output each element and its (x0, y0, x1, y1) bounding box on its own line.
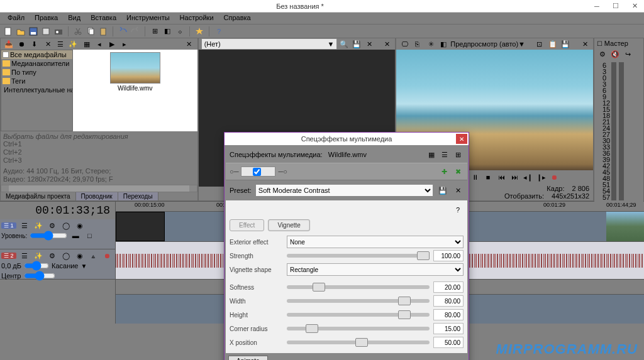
paste-icon[interactable] (97, 26, 109, 37)
fx-remove-icon[interactable]: ✖ (452, 166, 464, 177)
fx-close-button[interactable]: ✕ (456, 134, 467, 144)
fx-enable-checkbox[interactable] (253, 168, 261, 176)
snap-icon[interactable]: ⊞ (149, 26, 160, 37)
media-fx-icon[interactable]: ✨ (67, 38, 79, 50)
fx-chain-icon[interactable]: ▦ (426, 149, 437, 160)
fx-dock-icon[interactable]: ⊞ (452, 149, 464, 160)
new-icon[interactable] (3, 26, 14, 37)
undo-icon[interactable] (117, 26, 128, 37)
fx-chain-node[interactable] (241, 166, 275, 177)
fx-add-icon[interactable]: ✚ (438, 166, 450, 177)
trimmer-dropdown[interactable]: (Нет)▼ (201, 38, 338, 50)
preview-overlay-icon[interactable]: ⊡ (533, 38, 545, 50)
preview-split-icon[interactable]: ◧ (438, 38, 449, 50)
tree-smart[interactable]: Интеллектуальные накопители (1, 85, 72, 94)
fx-exterior-select[interactable]: None (287, 236, 464, 248)
fx-preset-select[interactable]: Soft Moderate Contrast (255, 184, 433, 197)
next-icon[interactable]: ▸ (119, 38, 130, 50)
trimmer-save-icon[interactable]: 💾 (351, 38, 362, 50)
fx-strength-value[interactable]: 100.00 (433, 250, 464, 261)
track-v-fx-icon[interactable]: ✨ (33, 220, 44, 231)
track-v-auto-icon[interactable]: ⚙ (47, 220, 58, 231)
tab-project-media[interactable]: Медиафайлы проекта (1, 192, 76, 200)
video-clip-1[interactable] (116, 212, 165, 241)
redo-icon[interactable] (130, 26, 141, 37)
pv-pause-icon[interactable]: ⏸ (469, 172, 480, 183)
trimmer-zoom-icon[interactable]: 🔍 (338, 38, 350, 50)
track-v-list-icon[interactable]: ☰ (19, 220, 30, 231)
prev-icon[interactable]: ◂ (94, 38, 105, 50)
pv-stepfwd-icon[interactable]: ❙▸ (535, 172, 547, 183)
fx-width-value[interactable]: 80.00 (433, 295, 464, 307)
track-a-solo-icon[interactable]: ◉ (74, 250, 86, 261)
fx-strength-slider[interactable] (287, 254, 430, 258)
menu-view[interactable]: Вид (63, 13, 86, 24)
fx-preset-del-icon[interactable]: ✕ (452, 185, 464, 196)
track-a-auto-icon[interactable]: ⚙ (47, 250, 58, 261)
tree-tags[interactable]: Теги (1, 77, 72, 85)
tree-by-type[interactable]: По типу (1, 68, 72, 77)
master-mute-icon[interactable]: 🔇 (609, 48, 621, 60)
fx-xpos-slider[interactable] (287, 341, 430, 344)
fx-softness-slider[interactable] (287, 285, 430, 289)
master-out-icon[interactable]: ↪ (622, 48, 633, 60)
fx-corner-value[interactable]: 15.00 (433, 323, 464, 334)
preview-close-icon[interactable]: ✕ (579, 38, 591, 50)
minimize-button[interactable]: ─ (587, 1, 606, 12)
menu-settings[interactable]: Настройки (175, 13, 219, 24)
master-fx-icon[interactable]: ⚙ (597, 48, 608, 60)
track-a-list-icon[interactable]: ☰ (19, 250, 30, 261)
fx-help-icon[interactable]: ? (452, 204, 464, 215)
save-icon[interactable] (28, 26, 39, 37)
track-a-fx-icon[interactable]: ✨ (33, 250, 44, 261)
pv-start-icon[interactable]: ⏮ (496, 172, 507, 183)
menu-help[interactable]: Справка (219, 13, 256, 24)
close-panel-icon[interactable]: ✕ (184, 38, 195, 50)
media-scrollbar[interactable] (1, 185, 197, 192)
track-a-pan-slider[interactable] (24, 271, 55, 281)
fx-xpos-value[interactable]: 50.00 (433, 337, 464, 348)
media-prop-icon[interactable]: ☰ (55, 38, 66, 50)
remove-icon[interactable]: ✕ (42, 38, 53, 50)
fx-height-value[interactable]: 80.00 (433, 309, 464, 320)
view-icon[interactable]: ▦ (81, 38, 92, 50)
trimmer-close-icon[interactable]: ✕ (381, 38, 392, 50)
fx-width-slider[interactable] (287, 299, 430, 303)
tab-explorer[interactable]: Проводник (76, 192, 118, 200)
track-a-mute-icon[interactable]: ◯ (60, 250, 72, 261)
menu-edit[interactable]: Правка (30, 13, 63, 24)
play-media-icon[interactable]: ▶ (106, 38, 118, 50)
help-icon[interactable]: ? (213, 26, 225, 37)
track-a-rec-icon[interactable]: ⏺ (102, 250, 113, 261)
autocross-icon[interactable]: ⟐ (174, 26, 186, 37)
track-a-phase-icon[interactable]: ⟁ (88, 250, 99, 261)
ripple-icon[interactable]: ◧ (162, 26, 173, 37)
fx-tab-effect[interactable]: Effect (230, 219, 264, 231)
render-icon[interactable] (53, 26, 64, 37)
open-icon[interactable] (15, 26, 26, 37)
tree-all-media[interactable]: Все медиафайлы (1, 50, 72, 59)
preview-quality-dropdown[interactable]: Предпросмотр (авто)▼ (450, 40, 532, 48)
track-a-vol-slider[interactable] (24, 261, 49, 271)
preview-device-icon[interactable]: 🖵 (399, 38, 410, 50)
fx-animate-button[interactable]: Animate (228, 356, 268, 360)
pv-stepback-icon[interactable]: ◂❙ (522, 172, 533, 183)
tree-drives[interactable]: Медианакопители (1, 59, 72, 68)
fx-tab-vignette[interactable]: Vignette (268, 219, 310, 231)
media-thumb-wildlife[interactable]: Wildlife.wmv (110, 52, 160, 92)
menu-file[interactable]: Файл (3, 13, 30, 24)
fx-panel-icon[interactable]: ☰ (439, 149, 450, 160)
preview-save-icon[interactable]: 💾 (560, 38, 571, 50)
maximize-button[interactable]: ☐ (606, 1, 625, 12)
capture-icon[interactable]: ⏺ (16, 38, 27, 50)
fx-shape-select[interactable]: Rectangle (287, 263, 464, 276)
trimmer-remove-icon[interactable]: ✕ (364, 38, 375, 50)
preview-ext-icon[interactable]: ⎘ (411, 38, 423, 50)
track-v-opt2-icon[interactable]: □ (84, 230, 95, 241)
pv-stop-icon[interactable]: ■ (482, 172, 494, 183)
track-v-opt1-icon[interactable]: ▬ (70, 230, 81, 241)
tab-transitions[interactable]: Переходы (118, 192, 158, 200)
video-clip-2[interactable] (606, 212, 644, 241)
fx-corner-slider[interactable] (287, 327, 430, 330)
menu-tools[interactable]: Инструменты (121, 13, 175, 24)
